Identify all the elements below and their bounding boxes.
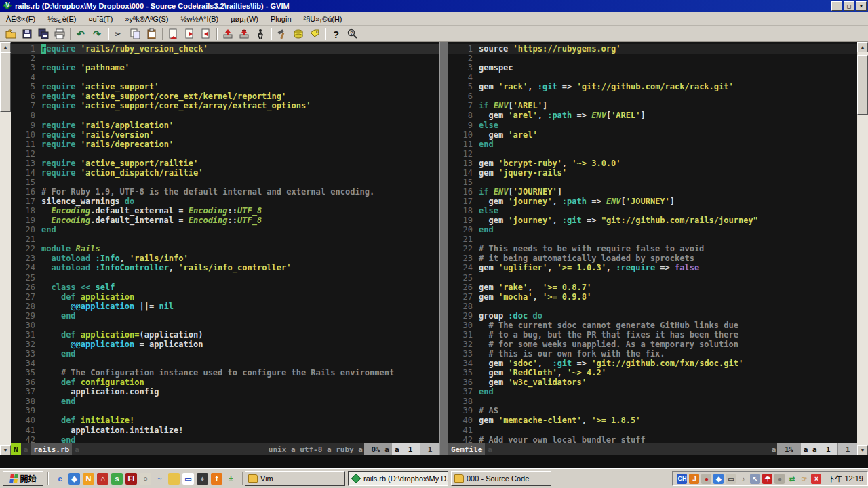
- menu-item-4[interactable]: ½w½Ä°Ï(B): [174, 14, 224, 24]
- code-line[interactable]: 36 gem 'w3c_validators': [448, 378, 857, 387]
- toolbar-replace-button[interactable]: [165, 26, 182, 41]
- restore-button[interactable]: □: [844, 1, 854, 11]
- code-line[interactable]: 7if ENV['AREL']: [448, 101, 857, 110]
- code-line[interactable]: 1source 'https://rubygems.org': [448, 44, 857, 54]
- code-line[interactable]: 34: [11, 359, 439, 368]
- flash-icon[interactable]: Fl: [125, 473, 137, 485]
- toolbar-save-all-button[interactable]: [35, 26, 52, 41]
- toolbar-paste-button[interactable]: [144, 26, 160, 41]
- toolbar-load-session-button[interactable]: [220, 26, 236, 41]
- code-line[interactable]: 16# For Ruby 1.9, UTF-8 is the default i…: [11, 187, 439, 197]
- code-line[interactable]: 5require 'active_support': [11, 82, 439, 92]
- language-indicator[interactable]: CH: [677, 474, 687, 484]
- code-line[interactable]: 30: [11, 321, 439, 330]
- left-scrollbar-thumb[interactable]: [0, 52, 11, 112]
- vim-command-line[interactable]: [0, 455, 868, 468]
- folder-icon[interactable]: [168, 473, 180, 485]
- code-line[interactable]: 19 gem 'journey', :git => "git://github.…: [448, 216, 857, 225]
- code-line[interactable]: 2: [11, 54, 439, 63]
- orange-n-icon[interactable]: N: [83, 473, 94, 485]
- code-line[interactable]: 20end: [11, 225, 439, 235]
- code-line[interactable]: 35 # The Configuration instance used to …: [11, 368, 439, 378]
- code-line[interactable]: 6require 'active_support/core_ext/kernel…: [11, 92, 439, 101]
- code-line[interactable]: 18 Encoding.default_external = Encoding:…: [11, 206, 439, 216]
- code-line[interactable]: 25: [11, 273, 439, 283]
- close-button[interactable]: ×: [856, 1, 867, 11]
- code-line[interactable]: 37end: [448, 387, 857, 396]
- app-s-icon[interactable]: s: [111, 473, 123, 485]
- code-line[interactable]: 15: [11, 178, 439, 187]
- code-line[interactable]: 17 gem 'journey', :path => ENV['JOURNEY'…: [448, 197, 857, 206]
- code-line[interactable]: 16if ENV['JOURNEY']: [448, 187, 857, 197]
- menu-item-6[interactable]: Plugin: [264, 14, 298, 24]
- divider-tool-icon[interactable]: ±: [225, 473, 237, 485]
- start-button[interactable]: 開始: [3, 471, 43, 486]
- code-line[interactable]: 40 def initialize!: [11, 415, 439, 425]
- security-alert-icon[interactable]: ×: [811, 474, 821, 484]
- code-line[interactable]: 20end: [448, 225, 857, 235]
- code-line[interactable]: 11end: [448, 140, 857, 149]
- display-audio-icon[interactable]: ▭: [726, 474, 736, 484]
- code-line[interactable]: 29group :doc do: [448, 311, 857, 321]
- code-line[interactable]: 18else: [448, 206, 857, 216]
- toolbar-find-help-button[interactable]: ?: [344, 26, 361, 41]
- code-line[interactable]: 34 gem 'sdoc', :git => 'git://github.com…: [448, 359, 857, 368]
- code-line[interactable]: 22module Rails: [11, 244, 439, 253]
- toolbar-save-session-button[interactable]: [236, 26, 252, 41]
- menu-item-7[interactable]: ²§U»¡©ú(H): [298, 14, 349, 24]
- search-tool-icon[interactable]: ○: [140, 473, 151, 485]
- right-scrollbar-thumb[interactable]: [857, 55, 868, 115]
- scroll-down-icon[interactable]: ▼: [0, 445, 11, 455]
- code-line[interactable]: 4: [11, 73, 439, 82]
- home-icon[interactable]: ⌂: [97, 473, 108, 485]
- toolbar-build-tags-button[interactable]: [290, 26, 307, 41]
- code-line[interactable]: 2: [448, 54, 857, 63]
- code-line[interactable]: 17silence_warnings do: [11, 197, 439, 206]
- code-line[interactable]: 36 def configuration: [11, 378, 439, 387]
- blue-app-icon[interactable]: ◆: [68, 473, 80, 485]
- code-line[interactable]: 37 application.config: [11, 387, 439, 396]
- toolbar-make-button[interactable]: [274, 26, 290, 41]
- code-line[interactable]: 12: [11, 149, 439, 159]
- code-line[interactable]: 32 # for some weeks unapplied. As a temp…: [448, 340, 857, 349]
- code-line[interactable]: 9require 'rails/application': [11, 121, 439, 130]
- minimize-button[interactable]: _: [831, 1, 842, 11]
- code-line[interactable]: 1require 'rails/ruby_version_check': [11, 44, 439, 54]
- code-line[interactable]: 26 class << self: [11, 283, 439, 292]
- code-line[interactable]: 5gem 'rack', :git => 'git://github.com/r…: [448, 82, 857, 92]
- code-line[interactable]: 7require 'active_support/core_ext/array/…: [11, 101, 439, 110]
- utility-icon[interactable]: ↖: [750, 474, 760, 484]
- code-line[interactable]: 8: [11, 110, 439, 120]
- code-line[interactable]: 14require 'action_dispatch/railtie': [11, 168, 439, 178]
- sync-icon[interactable]: ~: [154, 473, 165, 485]
- code-line[interactable]: 23 autoload :Info, 'rails/info': [11, 253, 439, 263]
- firefox-icon[interactable]: f: [211, 473, 222, 485]
- code-line[interactable]: 35 gem 'RedCloth', '~> 4.2': [448, 368, 857, 378]
- toolbar-undo-button[interactable]: ↶: [73, 26, 90, 41]
- code-line[interactable]: 27gem 'mocha', '>= 0.9.8': [448, 292, 857, 302]
- toolbar-copy-button[interactable]: [127, 26, 144, 41]
- code-line[interactable]: 26gem 'rake', '>= 0.8.7': [448, 283, 857, 292]
- window-icon[interactable]: ▭: [182, 473, 194, 485]
- toolbar-run-script-button[interactable]: [252, 26, 269, 41]
- task-button-2[interactable]: 000 - Source Code: [451, 471, 551, 486]
- toolbar-cut-button[interactable]: ✂: [111, 26, 127, 41]
- code-line[interactable]: 31 # to a bug, but the PR that fixes it …: [448, 330, 857, 340]
- code-area-left[interactable]: 1require 'rails/ruby_version_check'23req…: [11, 42, 439, 443]
- code-line[interactable]: 3require 'pathname': [11, 63, 439, 73]
- code-line[interactable]: 38 end: [11, 396, 439, 406]
- code-line[interactable]: 13gem 'bcrypt-ruby', '~> 3.0.0': [448, 159, 857, 168]
- media-player-icon[interactable]: ♦: [197, 473, 208, 485]
- code-line[interactable]: 10 gem 'arel': [448, 130, 857, 140]
- scroll-up-icon[interactable]: ▲: [857, 42, 868, 52]
- toolbar-redo-button[interactable]: ↷: [90, 26, 106, 41]
- right-scrollbar[interactable]: ▲ ▼: [857, 42, 868, 455]
- menu-item-1[interactable]: ½s¿è(E): [41, 14, 82, 24]
- task-button-0[interactable]: Vim: [245, 471, 345, 486]
- code-line[interactable]: 41 application.initialize!: [11, 426, 439, 435]
- left-scrollbar-track[interactable]: [0, 52, 11, 445]
- task-button-1[interactable]: rails.rb (D:\dropbox\My D...: [348, 471, 448, 486]
- code-line[interactable]: 38: [448, 396, 857, 406]
- volume-icon[interactable]: ♪: [738, 474, 748, 484]
- right-scrollbar-track[interactable]: [857, 52, 868, 445]
